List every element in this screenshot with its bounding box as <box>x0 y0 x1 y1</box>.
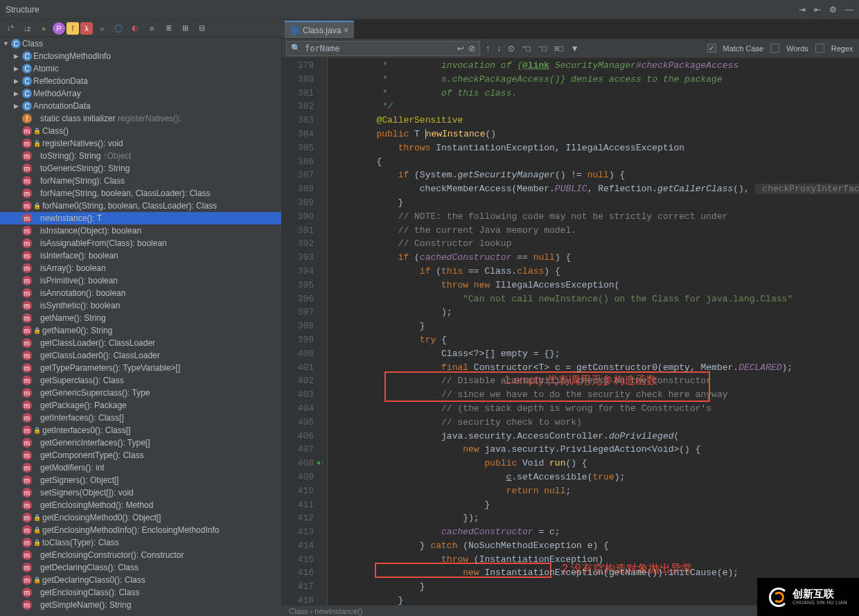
line-number[interactable]: 383 <box>282 114 314 127</box>
fields-icon[interactable]: f <box>67 22 79 35</box>
code-line[interactable]: } <box>333 319 859 333</box>
tree-class-item[interactable]: ▶CReflectionData <box>0 75 281 87</box>
tree-method-item[interactable]: misSynthetic(): boolean <box>0 299 281 312</box>
tree-method-item[interactable]: mgetDeclaringClass(): Class <box>0 561 281 574</box>
search-input[interactable]: 🔍 forName ↩ ⊘ <box>286 41 480 56</box>
line-number[interactable]: 390 <box>282 210 314 224</box>
tree-method-item[interactable]: m🔒Class() <box>0 125 281 137</box>
line-number[interactable]: 418 <box>282 594 314 605</box>
line-gutter[interactable]: 3793803813823833843853863873883893903913… <box>282 58 318 605</box>
code-line[interactable]: @CallerSensitive <box>333 114 859 127</box>
line-number[interactable]: 389 <box>282 196 314 210</box>
line-number[interactable]: 387 <box>282 168 314 182</box>
code-line[interactable]: } catch (NoSuchMethodException e) { <box>333 539 859 553</box>
code-line[interactable]: java.security.AccessController.doPrivile… <box>333 430 859 443</box>
next-match-icon[interactable]: ↓ <box>497 44 501 53</box>
tree-method-item[interactable]: mforName(String): Class <box>0 175 281 187</box>
code-line[interactable]: // (the stack depth is wrong for the Con… <box>333 402 859 416</box>
line-number[interactable]: 397 <box>282 306 314 319</box>
code-line[interactable]: */ <box>333 100 859 114</box>
tree-method-item[interactable]: mgetSuperclass(): Class <box>0 374 281 387</box>
code-line[interactable]: ); <box>333 306 859 319</box>
tree-method-item[interactable]: mgetClassLoader(): ClassLoader <box>0 337 281 349</box>
code-line[interactable]: checkMemberAccess(Member.PUBLIC, Reflect… <box>333 182 859 196</box>
code-line[interactable]: } <box>333 498 859 512</box>
code-line[interactable]: * s.checkPackageAccess()} denies access … <box>333 73 859 87</box>
code-line[interactable]: // since we have to do the security chec… <box>333 388 859 402</box>
line-number[interactable]: 406 <box>282 430 314 443</box>
inherited-icon[interactable]: ⟐ <box>94 21 109 36</box>
line-number[interactable]: 400 <box>282 347 314 361</box>
line-number[interactable]: 415 <box>282 553 314 567</box>
minimize-icon[interactable]: — <box>845 5 853 15</box>
tab-class-java[interactable]: C Class.java × <box>285 21 354 38</box>
code-line[interactable]: throw (InstantiationException) <box>333 553 859 567</box>
properties-icon[interactable]: P <box>53 22 65 35</box>
history-icon[interactable]: ↩ <box>457 44 464 53</box>
line-number[interactable]: 380 <box>282 73 314 87</box>
add-sel-icon[interactable]: ⁺□ <box>522 44 531 53</box>
code-line[interactable]: // Disable accessibility checks on the c… <box>333 374 859 388</box>
code-line[interactable]: // security check to work) <box>333 416 859 430</box>
code-line[interactable]: if (this == Class.class) { <box>333 265 859 279</box>
line-number[interactable]: 388 <box>282 182 314 196</box>
code-line[interactable]: ●↑ public Void run() { <box>333 457 859 470</box>
all-sel-icon[interactable]: ≡□ <box>554 44 564 53</box>
code-line[interactable]: // the current Java memory model. <box>333 224 859 238</box>
collapse-all-icon[interactable]: ≣ <box>161 21 176 36</box>
code-line[interactable]: public T newInstance() <box>333 127 859 141</box>
tree-method-item[interactable]: mgetEnclosingMethod(): Method <box>0 499 281 511</box>
tree-method-item[interactable]: misArray(): boolean <box>0 262 281 274</box>
tree-class-item[interactable]: ▶CEnclosingMethodInfo <box>0 50 281 62</box>
tree-method-item[interactable]: mgetName(): String <box>0 312 281 324</box>
code-line[interactable]: * of this class. <box>333 87 859 100</box>
code-line[interactable]: cachedConstructor = c; <box>333 525 859 539</box>
line-number[interactable]: 412 <box>282 511 314 525</box>
line-number[interactable]: 381 <box>282 87 314 100</box>
line-number[interactable]: 379 <box>282 59 314 73</box>
line-number[interactable]: 401 <box>282 361 314 375</box>
line-number[interactable]: 398 <box>282 319 314 333</box>
prev-match-icon[interactable]: ↑ <box>486 44 490 53</box>
matchcase-checkbox[interactable]: ✓ <box>707 44 716 53</box>
code-line[interactable]: // Constructor lookup <box>333 237 859 251</box>
tree-method-item[interactable]: mgetSimpleName(): String <box>0 599 281 611</box>
words-checkbox[interactable] <box>770 44 779 53</box>
sort-vis-icon[interactable]: ↓z <box>19 21 35 36</box>
gear-icon[interactable]: ⚙ <box>829 5 837 15</box>
code-line[interactable]: Class<?>[] empty = {}; <box>333 347 859 361</box>
code-line[interactable]: // NOTE: the following code may not be s… <box>333 210 859 224</box>
code-line[interactable]: "Can not call newInstance() on the Class… <box>333 292 859 306</box>
code-line[interactable]: if (System.getSecurityManager() != null)… <box>333 168 859 182</box>
line-number[interactable]: 395 <box>282 279 314 292</box>
tree-class-item[interactable]: ▶CAnnotationData <box>0 100 281 112</box>
tree-method-item[interactable]: m🔒forName0(String, boolean, ClassLoader)… <box>0 200 281 212</box>
tree-method-item[interactable]: mgetClassLoader0(): ClassLoader <box>0 349 281 362</box>
line-number[interactable]: 409 <box>282 470 314 484</box>
line-number[interactable]: 399 <box>282 333 314 347</box>
code-line[interactable]: c.setAccessible(true); <box>333 470 859 484</box>
line-number[interactable]: 386 <box>282 155 314 169</box>
line-number[interactable]: 385 <box>282 141 314 155</box>
expand-icon[interactable]: ⇤ <box>814 5 821 15</box>
line-number[interactable]: 411 <box>282 498 314 512</box>
tree-method-item[interactable]: mgetModifiers(): int <box>0 461 281 474</box>
line-number[interactable]: 392 <box>282 237 314 251</box>
tree-method-item[interactable]: mtoString(): String ↑Object <box>0 150 281 162</box>
sort-alpha-icon[interactable]: ↓ᴬ <box>3 21 18 36</box>
tree-method-item[interactable]: m🔒registerNatives(): void <box>0 137 281 150</box>
structure-tree[interactable]: ▼CClass▶CEnclosingMethodInfo▶CAtomic▶CRe… <box>0 37 282 611</box>
tree-method-item[interactable]: mgetGenericInterfaces(): Type[] <box>0 437 281 449</box>
line-number[interactable]: 382 <box>282 100 314 114</box>
tree-method-item[interactable]: mnewInstance(): T <box>0 212 281 225</box>
tree-method-item[interactable]: misAnnotation(): boolean <box>0 287 281 299</box>
line-number[interactable]: 391 <box>282 224 314 238</box>
autoscroll2-icon[interactable]: ⊟ <box>194 21 209 36</box>
tree-method-item[interactable]: mgetPackage(): Package <box>0 399 281 412</box>
autoscroll-icon[interactable]: ⊞ <box>177 21 193 36</box>
tree-method-item[interactable]: misInterface(): boolean <box>0 249 281 262</box>
tree-method-item[interactable]: mgetComponentType(): Class <box>0 449 281 461</box>
line-number[interactable]: 408 <box>282 457 314 470</box>
tree-method-item[interactable]: mgetEnclosingClass(): Class <box>0 586 281 599</box>
tree-method-item[interactable]: mgetInterfaces(): Class[] <box>0 412 281 424</box>
